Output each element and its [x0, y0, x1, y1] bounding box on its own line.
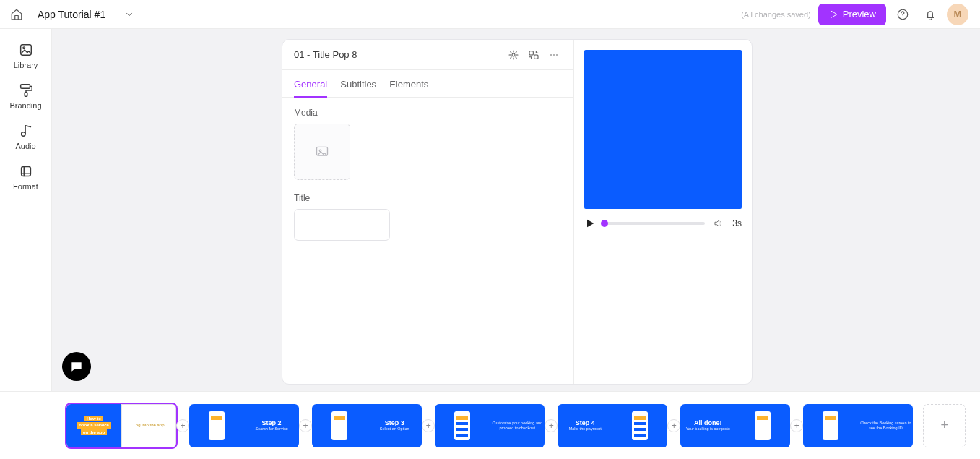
- chat-fab[interactable]: [62, 352, 91, 381]
- timeline-scene[interactable]: Step 2Search for Service: [189, 404, 299, 447]
- scene-editor-card: 01 - Title Pop 8 General Subtit: [282, 39, 753, 385]
- timeline-scene[interactable]: All done!Your booking is complete: [680, 404, 790, 447]
- add-scene-between[interactable]: +: [545, 419, 558, 432]
- play-icon: [828, 9, 838, 20]
- tab-elements[interactable]: Elements: [389, 79, 428, 97]
- music-note-icon: [18, 123, 34, 139]
- scene-thumbnail: [312, 404, 367, 447]
- tab-general[interactable]: General: [294, 79, 327, 97]
- timeline-scene[interactable]: Check the Booking screen to see the Book…: [803, 404, 913, 447]
- svg-point-6: [21, 132, 25, 137]
- sidebar-item-library[interactable]: Library: [4, 42, 48, 69]
- scene-thumbnail: Step 4Make the payment: [558, 404, 612, 447]
- chevron-down-icon: [124, 9, 134, 20]
- sidebar-item-format[interactable]: Format: [4, 163, 48, 191]
- scene-thumbnail: [803, 404, 858, 447]
- add-scene-between[interactable]: +: [176, 419, 189, 432]
- speaker-icon: [714, 218, 724, 228]
- preview-button[interactable]: Preview: [818, 4, 886, 25]
- svg-rect-4: [20, 85, 30, 89]
- svg-point-1: [903, 17, 903, 17]
- scene-thumbnail: Log into the app: [121, 404, 176, 447]
- sidebar-item-label: Library: [14, 61, 38, 69]
- title-input[interactable]: [294, 209, 390, 241]
- user-avatar[interactable]: M: [947, 4, 968, 25]
- preview-player: 3s: [584, 218, 742, 229]
- notifications-button[interactable]: [919, 4, 941, 25]
- volume-button[interactable]: [714, 218, 724, 228]
- save-status: (All changes saved): [741, 10, 811, 19]
- scene-thumbnail: [189, 404, 244, 447]
- svg-point-13: [556, 54, 558, 56]
- scene-more-button[interactable]: [546, 47, 562, 63]
- preview-button-label: Preview: [843, 9, 876, 20]
- layout-switch-button[interactable]: [526, 47, 542, 63]
- scene-title: 01 - Title Pop 8: [294, 49, 501, 60]
- chat-icon: [69, 359, 84, 374]
- scene-thumbnail: How tobook a serviceon the app: [66, 404, 121, 447]
- timeline-scene[interactable]: Step 3Select an Option: [312, 404, 422, 447]
- scene-thumbnail: [612, 404, 667, 447]
- svg-point-12: [553, 54, 555, 56]
- paint-roller-icon: [18, 82, 34, 98]
- duration-label: 3s: [732, 218, 742, 228]
- scene-thumbnail: [435, 404, 490, 447]
- add-scene-between[interactable]: +: [299, 419, 312, 432]
- scene-thumbnail: Step 2Search for Service: [244, 404, 299, 447]
- play-button[interactable]: [584, 218, 596, 229]
- image-placeholder-icon: [315, 145, 329, 159]
- svg-rect-2: [20, 45, 31, 56]
- home-button[interactable]: [6, 4, 27, 25]
- svg-point-8: [512, 53, 515, 56]
- image-stack-icon: [18, 42, 34, 58]
- timeline: How tobook a serviceon the appLog into t…: [0, 391, 980, 459]
- bell-icon: [924, 8, 937, 21]
- play-icon: [584, 218, 596, 229]
- svg-point-15: [319, 150, 321, 152]
- sidebar-item-branding[interactable]: Branding: [4, 82, 48, 110]
- timeline-scene[interactable]: Customize your booking and proceed to ch…: [435, 404, 545, 447]
- more-horizontal-icon: [548, 49, 560, 61]
- svg-rect-10: [534, 55, 538, 59]
- scene-thumbnail: Customize your booking and proceed to ch…: [490, 404, 545, 447]
- add-scene-between[interactable]: +: [422, 419, 435, 432]
- help-icon: [896, 8, 909, 21]
- add-scene-button[interactable]: +: [923, 404, 966, 447]
- help-button[interactable]: [892, 4, 914, 25]
- scene-thumbnail: Step 3Select an Option: [367, 404, 422, 447]
- scene-thumbnail: Check the Booking screen to see the Book…: [858, 404, 913, 447]
- svg-rect-7: [21, 167, 30, 176]
- sidebar-item-audio[interactable]: Audio: [4, 123, 48, 150]
- layout-icon: [528, 49, 539, 61]
- scene-thumbnail: All done!Your booking is complete: [680, 404, 735, 447]
- svg-point-11: [550, 54, 552, 56]
- scene-preview: [584, 50, 742, 209]
- project-dropdown[interactable]: [118, 4, 140, 25]
- title-field-label: Title: [294, 193, 562, 203]
- timeline-scene[interactable]: How tobook a serviceon the appLog into t…: [66, 404, 176, 447]
- home-icon: [10, 8, 23, 21]
- sidebar-item-label: Audio: [15, 142, 35, 150]
- svg-rect-9: [529, 51, 533, 54]
- crop-icon: [18, 163, 34, 179]
- progress-handle[interactable]: [601, 220, 608, 227]
- project-title[interactable]: App Tutorial #1: [38, 9, 105, 20]
- scene-thumbnail: [735, 404, 790, 447]
- progress-track[interactable]: [604, 222, 705, 225]
- tab-subtitles[interactable]: Subtitles: [340, 79, 376, 97]
- add-scene-between[interactable]: +: [790, 419, 803, 432]
- media-upload-box[interactable]: [294, 124, 350, 180]
- scene-settings-button[interactable]: [506, 47, 521, 63]
- add-scene-between[interactable]: +: [667, 419, 680, 432]
- media-field-label: Media: [294, 108, 562, 118]
- svg-point-3: [22, 47, 25, 49]
- svg-rect-5: [25, 93, 27, 97]
- gear-icon: [508, 49, 519, 61]
- sidebar-item-label: Branding: [9, 101, 41, 110]
- sidebar-item-label: Format: [13, 182, 38, 191]
- timeline-scene[interactable]: Step 4Make the payment: [558, 404, 667, 447]
